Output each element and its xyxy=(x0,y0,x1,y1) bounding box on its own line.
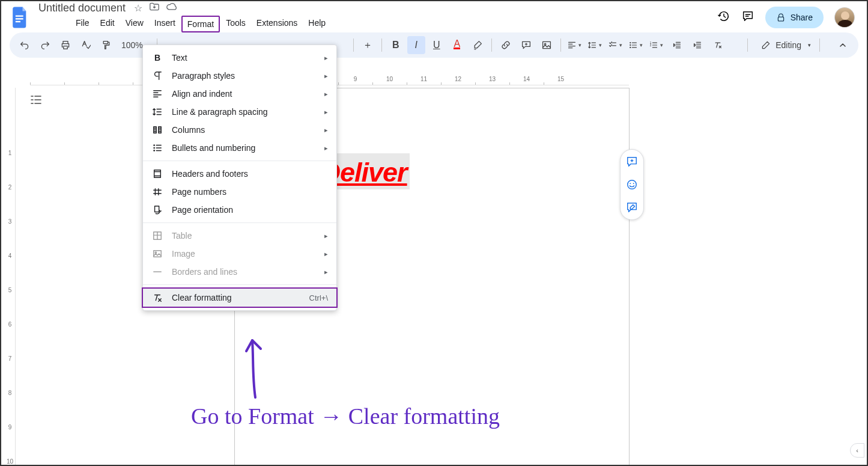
menu-columns[interactable]: Columns▸ xyxy=(143,121,336,139)
text-color-button[interactable]: A xyxy=(448,36,466,54)
menu-view[interactable]: View xyxy=(121,16,148,32)
italic-button[interactable]: I xyxy=(407,36,425,54)
editing-mode-label: Editing xyxy=(775,40,801,50)
comments-icon[interactable] xyxy=(741,10,754,25)
menu-format[interactable]: Format xyxy=(181,16,220,32)
numbered-list-button[interactable]: 12 xyxy=(648,36,666,54)
annotation-arrow xyxy=(240,334,270,400)
menu-line-spacing[interactable]: Line & paragraph spacing▸ xyxy=(143,103,336,121)
editing-mode-button[interactable]: Editing xyxy=(756,40,811,50)
highlight-color-button[interactable] xyxy=(469,36,487,54)
svg-point-19 xyxy=(628,180,637,189)
add-comment-icon[interactable] xyxy=(625,155,639,169)
svg-point-12 xyxy=(153,147,155,149)
format-menu-dropdown: BText▸ Paragraph styles▸ Align and inden… xyxy=(142,44,337,311)
history-icon[interactable] xyxy=(717,10,730,25)
menu-paragraph-styles[interactable]: Paragraph styles▸ xyxy=(143,67,336,85)
separator xyxy=(381,38,382,52)
svg-rect-17 xyxy=(154,251,161,257)
menu-image: Image▸ xyxy=(143,245,336,263)
insert-link-button[interactable] xyxy=(497,36,515,54)
align-button[interactable] xyxy=(566,36,584,54)
menu-align-indent[interactable]: Align and indent▸ xyxy=(143,85,336,103)
svg-rect-3 xyxy=(778,17,783,21)
line-spacing-button[interactable] xyxy=(586,36,604,54)
svg-point-7 xyxy=(630,44,631,46)
checklist-button[interactable] xyxy=(607,36,625,54)
svg-point-6 xyxy=(630,42,631,43)
menu-table: Table▸ xyxy=(143,227,336,245)
font-size-plus-button[interactable]: ＋ xyxy=(359,36,377,54)
toolbar: 100% ＋ B I U A 12 Editing xyxy=(10,32,858,58)
menu-page-orientation[interactable]: Page orientation xyxy=(143,201,336,219)
increase-indent-button[interactable] xyxy=(688,36,706,54)
suggest-edit-icon[interactable] xyxy=(625,200,639,215)
menu-edit[interactable]: Edit xyxy=(96,16,120,32)
svg-point-5 xyxy=(544,43,545,44)
decrease-indent-button[interactable] xyxy=(668,36,686,54)
svg-point-18 xyxy=(155,252,156,253)
clear-formatting-button[interactable] xyxy=(709,36,727,54)
menu-tools[interactable]: Tools xyxy=(221,16,250,32)
menu-clear-formatting[interactable]: Clear formattingCtrl+\ xyxy=(142,287,338,308)
svg-point-11 xyxy=(153,144,155,146)
avatar[interactable] xyxy=(834,7,855,28)
separator xyxy=(143,284,336,285)
print-button[interactable] xyxy=(56,36,74,54)
svg-point-21 xyxy=(633,183,634,184)
menu-borders-lines: Borders and lines▸ xyxy=(143,263,336,281)
separator xyxy=(143,222,336,223)
undo-button[interactable] xyxy=(16,36,34,54)
svg-point-20 xyxy=(630,183,631,184)
svg-rect-4 xyxy=(542,41,550,48)
bold-button[interactable]: B xyxy=(387,36,405,54)
menu-insert[interactable]: Insert xyxy=(150,16,180,32)
add-comment-button[interactable] xyxy=(517,36,535,54)
document-title[interactable]: Untitled document xyxy=(35,1,129,16)
svg-text:2: 2 xyxy=(650,44,652,47)
side-comment-tools xyxy=(620,149,644,220)
svg-rect-2 xyxy=(16,21,20,22)
side-panel-toggle[interactable]: ‹ xyxy=(850,443,864,458)
title-area: Untitled document ☆ File Edit View Inser… xyxy=(35,1,717,35)
header: Untitled document ☆ File Edit View Inser… xyxy=(1,1,867,30)
svg-rect-14 xyxy=(154,170,161,177)
separator xyxy=(143,161,336,161)
bulleted-list-button[interactable] xyxy=(627,36,645,54)
svg-point-13 xyxy=(153,150,155,152)
separator xyxy=(560,38,561,52)
redo-button[interactable] xyxy=(36,36,54,54)
star-icon[interactable]: ☆ xyxy=(134,2,142,14)
vertical-ruler[interactable]: 12345678910111213 xyxy=(5,88,16,465)
outline-toggle-button[interactable] xyxy=(28,91,44,108)
move-icon[interactable] xyxy=(150,2,159,14)
menu-text[interactable]: BText▸ xyxy=(143,49,336,67)
svg-point-8 xyxy=(630,47,631,48)
menubar: File Edit View Insert Format Tools Exten… xyxy=(35,16,717,35)
underline-button[interactable]: U xyxy=(428,36,446,54)
svg-rect-15 xyxy=(155,206,159,212)
separator xyxy=(491,38,492,52)
insert-image-button[interactable] xyxy=(538,36,556,54)
cloud-status-icon[interactable] xyxy=(166,2,177,14)
collapse-toolbar-button[interactable] xyxy=(833,35,852,55)
menu-page-numbers[interactable]: Page numbers xyxy=(143,183,336,201)
separator xyxy=(353,38,354,52)
separator xyxy=(819,38,820,52)
paint-format-button[interactable] xyxy=(97,36,115,54)
menu-file[interactable]: File xyxy=(71,16,94,32)
share-label: Share xyxy=(791,13,813,22)
menu-help[interactable]: Help xyxy=(303,16,330,32)
emoji-react-icon[interactable] xyxy=(625,177,639,192)
annotation-text: Go to Format → Clear formatting xyxy=(191,403,500,429)
share-button[interactable]: Share xyxy=(765,7,824,28)
spellcheck-button[interactable] xyxy=(77,36,95,54)
docs-logo-icon[interactable] xyxy=(8,5,32,29)
header-right: Share xyxy=(717,7,860,28)
separator xyxy=(747,38,748,52)
menu-headers-footers[interactable]: Headers and footers xyxy=(143,165,336,183)
menu-extensions[interactable]: Extensions xyxy=(252,16,302,32)
svg-rect-1 xyxy=(16,18,23,19)
menu-bullets-numbering[interactable]: Bullets and numbering▸ xyxy=(143,139,336,157)
svg-rect-0 xyxy=(16,16,23,17)
